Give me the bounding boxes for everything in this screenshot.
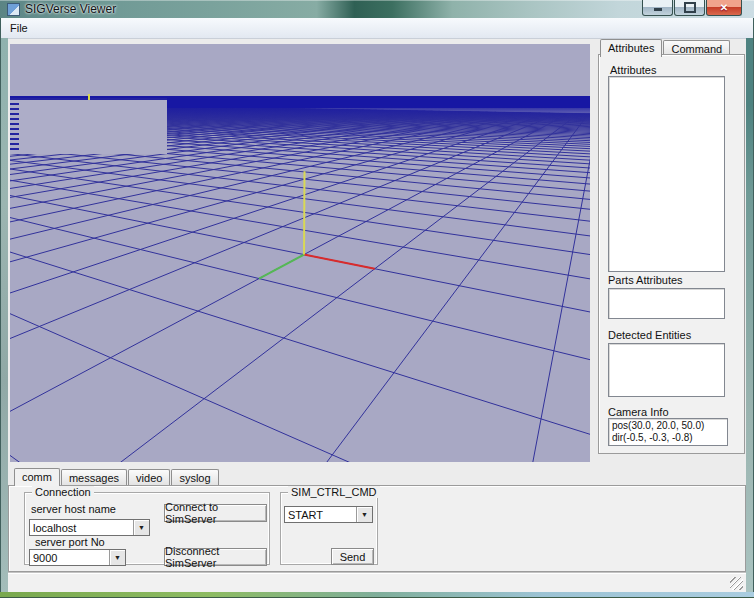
- server-port-label: server port No: [35, 536, 105, 548]
- bottom-panel-tabs: comm messages video syslog: [14, 468, 220, 485]
- parts-attributes-label: Parts Attributes: [608, 274, 683, 286]
- send-button[interactable]: Send: [331, 548, 374, 565]
- camera-info-box: pos(30.0, 20.0, 50.0) dir(-0.5, -0.3, -0…: [608, 418, 728, 446]
- comm-panel: Connection server host name localhost ▼ …: [8, 485, 746, 572]
- server-host-combobox[interactable]: localhost ▼: [29, 519, 150, 536]
- title-bar[interactable]: SIGVerse Viewer ✕: [0, 0, 754, 18]
- detected-entities-label: Detected Entities: [608, 329, 691, 341]
- connection-group: Connection server host name localhost ▼ …: [24, 492, 270, 565]
- tab-syslog[interactable]: syslog: [171, 469, 218, 485]
- tab-messages[interactable]: messages: [61, 469, 127, 485]
- app-window: SIGVerse Viewer ✕ File Attributes Comman…: [0, 0, 754, 598]
- far-wall: [10, 98, 167, 154]
- window-title: SIGVerse Viewer: [25, 2, 116, 16]
- 3d-viewport[interactable]: [10, 44, 590, 462]
- minimize-icon: [654, 8, 662, 11]
- camera-info-label: Camera Info: [608, 406, 669, 418]
- window-border-right: [746, 38, 754, 592]
- status-bar: [8, 572, 746, 593]
- menu-bar: File: [1, 18, 753, 39]
- maximize-icon: [684, 2, 696, 13]
- disconnect-button[interactable]: Disconnect SimServer: [164, 548, 267, 566]
- chevron-down-icon[interactable]: ▼: [356, 507, 372, 522]
- maximize-button[interactable]: [674, 0, 705, 16]
- menu-file[interactable]: File: [1, 20, 37, 36]
- distant-y-axis-tick: [88, 94, 90, 100]
- tab-comm[interactable]: comm: [14, 468, 60, 486]
- connection-group-label: Connection: [32, 486, 94, 498]
- window-border-bottom: [0, 592, 754, 598]
- app-icon: [7, 3, 20, 16]
- wall-grid-dashes: [10, 98, 19, 152]
- chevron-down-icon[interactable]: ▼: [109, 550, 125, 565]
- sim-ctrl-cmd-value: START: [285, 509, 356, 521]
- close-icon: ✕: [720, 3, 728, 13]
- sim-ctrl-cmd-group: SIM_CTRL_CMD START ▼ Send: [280, 492, 378, 565]
- sim-ctrl-cmd-label: SIM_CTRL_CMD: [288, 486, 380, 498]
- window-border-left: [0, 38, 8, 592]
- window-controls: ✕: [641, 0, 742, 16]
- close-button[interactable]: ✕: [706, 0, 742, 16]
- resize-grip[interactable]: [730, 577, 743, 590]
- parts-attributes-box[interactable]: [608, 288, 725, 319]
- chevron-down-icon[interactable]: ▼: [133, 520, 149, 535]
- tab-video[interactable]: video: [128, 469, 170, 485]
- attributes-panel: Attributes Parts Attributes Detected Ent…: [598, 54, 745, 454]
- attributes-listbox[interactable]: [608, 76, 725, 272]
- tab-attributes[interactable]: Attributes: [600, 39, 662, 57]
- server-host-value: localhost: [30, 522, 133, 534]
- sim-ctrl-cmd-combobox[interactable]: START ▼: [284, 506, 373, 523]
- server-host-label: server host name: [31, 503, 116, 515]
- detected-entities-box[interactable]: [608, 343, 725, 397]
- camera-pos-text: pos(30.0, 20.0, 50.0): [612, 420, 727, 432]
- attributes-label: Attributes: [610, 64, 656, 76]
- server-port-value: 9000: [30, 552, 109, 564]
- minimize-button[interactable]: [642, 0, 673, 16]
- camera-dir-text: dir(-0.5, -0.3, -0.8): [612, 432, 727, 444]
- connect-button[interactable]: Connect to SimServer: [164, 504, 267, 522]
- server-port-combobox[interactable]: 9000 ▼: [29, 549, 126, 566]
